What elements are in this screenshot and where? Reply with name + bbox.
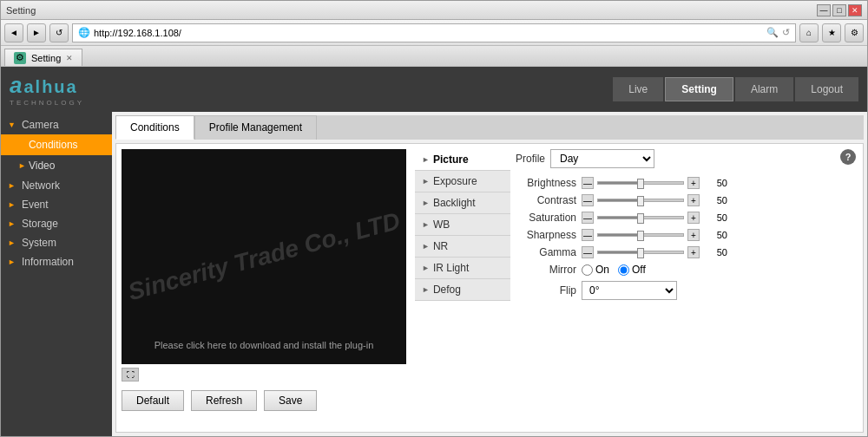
setting-button[interactable]: Setting xyxy=(665,77,733,101)
gamma-minus[interactable]: — xyxy=(582,246,594,258)
tab-profile-management[interactable]: Profile Management xyxy=(194,115,317,140)
back-button[interactable]: ◄ xyxy=(4,23,23,42)
sidebar-event-label: Event xyxy=(22,199,49,211)
maximize-button[interactable]: □ xyxy=(832,4,846,16)
mirror-off-option[interactable]: Off xyxy=(618,264,646,276)
sidebar-section-information[interactable]: ► Information xyxy=(1,252,112,271)
page-title: Setting xyxy=(6,5,36,16)
saturation-plus[interactable]: + xyxy=(687,212,700,224)
defog-arrow-icon: ► xyxy=(422,285,430,294)
help-button[interactable]: ? xyxy=(840,149,856,165)
save-button[interactable]: Save xyxy=(264,390,317,411)
sharpness-row: Sharpness — + 50 xyxy=(516,229,858,241)
home-button[interactable]: ⌂ xyxy=(799,23,819,42)
logo-subtitle: TECHNOLOGY xyxy=(10,99,84,107)
saturation-label: Saturation xyxy=(516,212,576,224)
sidebar-section-system[interactable]: ► System xyxy=(1,233,112,252)
tab-bar: ⚙ Setting ✕ xyxy=(1,46,867,67)
submenu-wb[interactable]: ► WB xyxy=(415,214,510,236)
sidebar: ▼ Camera ► Conditions ► Video ► Network … xyxy=(1,112,112,436)
nr-arrow-icon: ► xyxy=(422,242,430,251)
tab-header: Conditions Profile Management xyxy=(115,115,864,140)
logout-button[interactable]: Logout xyxy=(795,77,858,101)
submenu-exposure[interactable]: ► Exposure xyxy=(415,171,510,192)
controls-panel: Profile Day Night Normal Brightness xyxy=(516,149,858,427)
brightness-plus[interactable]: + xyxy=(687,177,700,189)
mirror-off-label: Off xyxy=(632,264,646,276)
mirror-on-radio[interactable] xyxy=(582,264,593,276)
sidebar-network-label: Network xyxy=(22,179,60,192)
tab-conditions[interactable]: Conditions xyxy=(115,115,194,140)
mirror-off-radio[interactable] xyxy=(618,264,629,276)
mirror-row: Mirror On Off xyxy=(516,264,858,276)
tools-button[interactable]: ⚙ xyxy=(845,23,864,42)
sharpness-minus[interactable]: — xyxy=(582,229,594,241)
sidebar-conditions-label: Conditions xyxy=(29,139,78,151)
contrast-plus[interactable]: + xyxy=(687,194,700,206)
flip-label: Flip xyxy=(516,284,576,297)
default-button[interactable]: Default xyxy=(122,390,184,411)
video-arrow-icon: ► xyxy=(18,161,26,170)
sharpness-value: 50 xyxy=(703,230,727,240)
saturation-row: Saturation — + 50 xyxy=(516,212,858,224)
watermark-text: Sincerity Trade Co., LTD xyxy=(125,207,403,306)
fullscreen-icon[interactable]: ⛶ xyxy=(122,368,139,382)
sharpness-label: Sharpness xyxy=(516,229,576,241)
close-button[interactable]: ✕ xyxy=(848,4,862,16)
sharpness-track[interactable] xyxy=(597,233,684,237)
contrast-value: 50 xyxy=(703,195,727,205)
sidebar-item-video[interactable]: ► Video xyxy=(1,155,112,176)
flip-select[interactable]: 0° 90° 180° 270° xyxy=(582,281,677,300)
forward-button[interactable]: ► xyxy=(27,23,46,42)
sub-menu: ► Picture ► Exposure ► Backlight xyxy=(415,149,510,427)
minimize-button[interactable]: — xyxy=(817,4,831,16)
content-area: ? Sincerity Trade Co., LTD Please click … xyxy=(115,143,864,433)
profile-label: Profile xyxy=(516,153,545,165)
gamma-track[interactable] xyxy=(597,251,684,254)
submenu-nr[interactable]: ► NR xyxy=(415,236,510,258)
brightness-label: Brightness xyxy=(516,177,576,189)
saturation-minus[interactable]: — xyxy=(582,212,594,224)
main-content: Conditions Profile Management ? Sincerit… xyxy=(112,112,867,436)
brightness-row: Brightness — + 50 xyxy=(516,177,858,189)
sidebar-item-conditions[interactable]: ► Conditions xyxy=(1,134,112,155)
app-body: ▼ Camera ► Conditions ► Video ► Network … xyxy=(1,112,867,436)
contrast-minus[interactable]: — xyxy=(582,194,594,206)
contrast-track[interactable] xyxy=(597,199,684,202)
brightness-minus[interactable]: — xyxy=(582,177,594,189)
live-button[interactable]: Live xyxy=(613,77,663,101)
submenu-irlight[interactable]: ► IR Light xyxy=(415,258,510,279)
gamma-plus[interactable]: + xyxy=(687,246,700,258)
submenu-picture[interactable]: ► Picture xyxy=(415,149,510,171)
refresh-button[interactable]: ↺ xyxy=(49,23,69,42)
app-container: a alhua TECHNOLOGY Live Setting Alarm Lo… xyxy=(1,67,867,436)
saturation-track[interactable] xyxy=(597,216,684,219)
browser-tab[interactable]: ⚙ Setting ✕ xyxy=(4,49,82,66)
sidebar-system-label: System xyxy=(22,237,56,249)
alarm-button[interactable]: Alarm xyxy=(735,77,793,101)
sharpness-plus[interactable]: + xyxy=(687,229,700,241)
sidebar-section-camera[interactable]: ▼ Camera xyxy=(1,115,112,134)
favorites-button[interactable]: ★ xyxy=(822,23,841,42)
sidebar-camera-label: Camera xyxy=(22,119,59,131)
profile-select[interactable]: Day Night Normal xyxy=(550,149,654,168)
tab-close-icon[interactable]: ✕ xyxy=(66,54,73,62)
submenu-defog[interactable]: ► Defog xyxy=(415,279,510,301)
brightness-track[interactable] xyxy=(597,181,684,185)
mirror-on-option[interactable]: On xyxy=(582,264,609,276)
sidebar-section-storage[interactable]: ► Storage xyxy=(1,214,112,233)
gamma-row: Gamma — + 50 xyxy=(516,246,858,258)
address-bar: 🌐 🔍 ↺ xyxy=(72,23,796,42)
refresh-button[interactable]: Refresh xyxy=(191,390,257,411)
sidebar-section-network[interactable]: ► Network xyxy=(1,176,112,195)
saturation-slider: — + 50 xyxy=(582,212,727,224)
address-input[interactable] xyxy=(94,28,763,38)
brightness-value: 50 xyxy=(703,178,727,188)
flip-row: Flip 0° 90° 180° 270° xyxy=(516,281,858,300)
sidebar-section-event[interactable]: ► Event xyxy=(1,195,112,214)
title-bar: Setting — □ ✕ xyxy=(1,1,867,20)
header-nav: Live Setting Alarm Logout xyxy=(613,77,858,101)
saturation-value: 50 xyxy=(703,212,727,223)
mirror-radio-group: On Off xyxy=(582,264,646,276)
submenu-backlight[interactable]: ► Backlight xyxy=(415,192,510,214)
